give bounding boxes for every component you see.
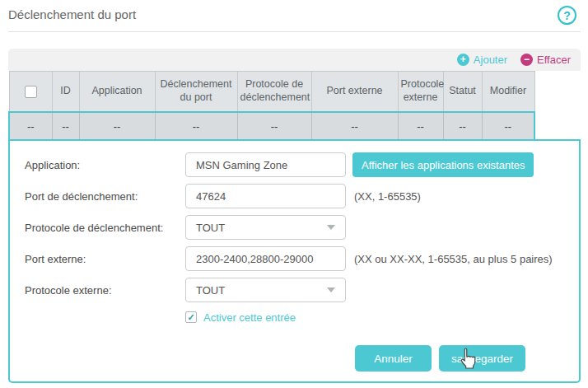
row-cell-application: -- (79, 112, 155, 139)
cancel-button[interactable]: Annuler (355, 345, 432, 372)
row-cell-external-port: -- (311, 112, 398, 139)
trigger-port-row: Port de déclenchement: (XX, 1-65535) (25, 184, 579, 208)
external-port-hint: (XX ou XX-XX, 1-65535, au plus 5 paires) (354, 253, 553, 265)
trigger-protocol-label: Protocole de déclenchement: (25, 222, 185, 234)
column-header-external-protocol: Protocole externe (398, 72, 443, 113)
action-buttons-row: Annuler sauvegarder (355, 345, 579, 372)
application-row: Application: Afficher les applications e… (25, 152, 579, 177)
enable-entry-row: Activer cette entrée (185, 309, 579, 325)
external-protocol-value: TOUT (196, 284, 225, 297)
column-header-application: Application (79, 72, 155, 113)
plus-circle-icon: + (457, 54, 469, 66)
row-cell-id: -- (52, 112, 79, 139)
trigger-port-input[interactable] (185, 184, 346, 208)
trigger-port-hint: (XX, 1-65535) (354, 190, 421, 203)
table-row[interactable]: -- -- -- -- -- -- -- -- -- (9, 112, 534, 139)
column-header-external-port: Port externe (311, 72, 398, 113)
application-label: Application: (25, 159, 185, 171)
save-button[interactable]: sauvegarder (439, 345, 525, 372)
select-all-checkbox[interactable] (25, 86, 37, 98)
trigger-protocol-value: TOUT (196, 222, 225, 234)
external-port-label: Port externe: (25, 253, 185, 265)
minus-circle-icon: − (520, 54, 533, 66)
column-header-trigger-protocol: Protocole de déclenchement (237, 72, 311, 113)
page-title: Déclenchement du port (8, 7, 136, 21)
title-divider (8, 31, 581, 32)
table-toolbar: + Ajouter − Effacer (8, 49, 581, 71)
delete-button[interactable]: − Effacer (520, 54, 571, 66)
row-cell-external-protocol: -- (398, 112, 443, 139)
page-header: Déclenchement du port ? (0, 0, 588, 25)
external-port-row: Port externe: (XX ou XX-XX, 1-65535, au … (25, 246, 579, 271)
delete-button-label: Effacer (537, 54, 571, 66)
external-protocol-label: Protocole externe: (25, 284, 185, 297)
enable-entry-label: Activer cette entrée (203, 311, 296, 324)
header-checkbox-cell (9, 72, 52, 113)
row-cell-modify: -- (482, 112, 534, 139)
show-existing-apps-button[interactable]: Afficher les applications existantes (352, 152, 534, 177)
trigger-protocol-row: Protocole de déclenchement: TOUT (25, 215, 579, 240)
add-button[interactable]: + Ajouter (457, 54, 507, 66)
entry-editor-panel: Application: Afficher les applications e… (8, 139, 581, 383)
external-protocol-select[interactable]: TOUT (185, 278, 346, 302)
external-port-input[interactable] (185, 246, 346, 271)
enable-entry-checkbox[interactable] (185, 311, 197, 323)
trigger-protocol-select[interactable]: TOUT (185, 215, 346, 240)
port-triggering-table: ID Application Déclenchement du port Pro… (8, 71, 535, 139)
row-cell-checkbox: -- (9, 112, 52, 139)
help-icon[interactable]: ? (558, 6, 576, 25)
external-protocol-row: Protocole externe: TOUT (25, 278, 579, 302)
chevron-down-icon (327, 287, 335, 292)
column-header-id: ID (52, 72, 79, 113)
add-button-label: Ajouter (474, 54, 507, 66)
chevron-down-icon (327, 225, 335, 230)
column-header-modify: Modifier (482, 72, 534, 113)
application-input[interactable] (185, 152, 346, 177)
trigger-port-label: Port de déclenchement: (25, 190, 185, 203)
row-cell-trigger-port: -- (155, 112, 237, 139)
column-header-trigger-port: Déclenchement du port (155, 72, 237, 113)
table-header-row: ID Application Déclenchement du port Pro… (9, 72, 534, 113)
row-cell-trigger-protocol: -- (237, 112, 311, 139)
column-header-status: Statut (443, 72, 482, 113)
row-cell-status: -- (443, 112, 482, 139)
